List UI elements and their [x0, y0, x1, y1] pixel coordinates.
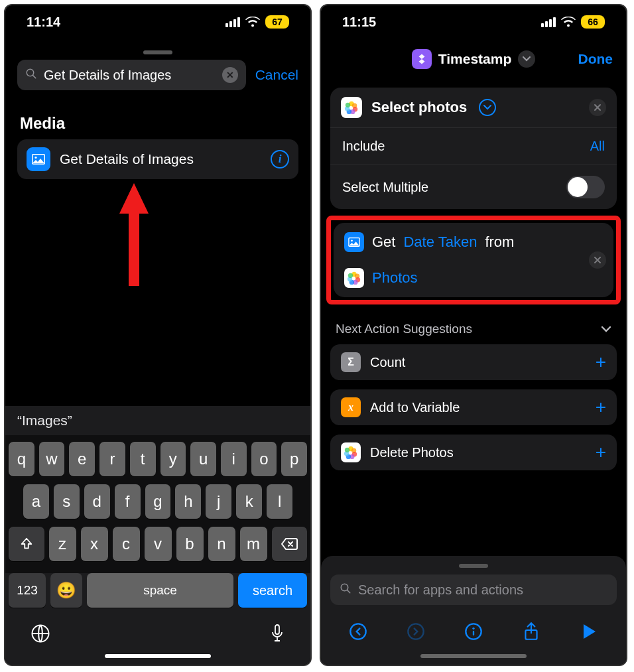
- collapse-icon[interactable]: [479, 99, 496, 116]
- status-icons: 67: [225, 15, 289, 29]
- key-e[interactable]: e: [69, 442, 95, 476]
- cellular-icon: [541, 17, 556, 27]
- globe-icon[interactable]: [31, 624, 50, 643]
- action-token-input[interactable]: Photos: [372, 269, 418, 287]
- key-v[interactable]: v: [145, 527, 172, 561]
- key-i[interactable]: i: [221, 442, 247, 476]
- emoji-key[interactable]: 😀: [50, 573, 82, 608]
- param-value[interactable]: All: [590, 139, 605, 154]
- sheet-grabber[interactable]: [459, 564, 488, 568]
- svg-line-33: [348, 590, 350, 592]
- search-placeholder: Search for apps and actions: [358, 582, 523, 598]
- photos-app-icon: [341, 442, 361, 462]
- variable-icon: x: [341, 397, 361, 417]
- status-time: 11:15: [342, 15, 376, 30]
- svg-point-34: [350, 624, 365, 639]
- space-key[interactable]: space: [87, 573, 233, 608]
- key-j[interactable]: j: [206, 484, 231, 519]
- suggestions-header[interactable]: Next Action Suggestions: [321, 304, 626, 344]
- cancel-button[interactable]: Cancel: [255, 67, 298, 83]
- battery-indicator: 66: [581, 15, 605, 29]
- keyboard: “Images” qwertyuiop asdfghjkl zxcvbnm 12…: [5, 406, 310, 665]
- clear-search-button[interactable]: ✕: [222, 67, 238, 83]
- key-u[interactable]: u: [190, 442, 216, 476]
- run-button[interactable]: [577, 620, 601, 643]
- add-suggestion-button[interactable]: +: [596, 442, 606, 463]
- key-b[interactable]: b: [176, 527, 204, 561]
- sigma-icon: Σ: [341, 352, 361, 372]
- home-indicator[interactable]: [105, 654, 211, 658]
- remove-action-button[interactable]: [589, 251, 606, 269]
- key-f[interactable]: f: [115, 484, 141, 519]
- redo-button[interactable]: [404, 620, 428, 643]
- done-button[interactable]: Done: [578, 51, 613, 67]
- key-l[interactable]: l: [267, 484, 292, 519]
- key-h[interactable]: h: [175, 484, 201, 519]
- key-x[interactable]: x: [81, 527, 108, 561]
- dictation-icon[interactable]: [269, 624, 285, 643]
- sheet-grabber[interactable]: [143, 50, 172, 54]
- status-bar: 11:15 66: [321, 5, 626, 38]
- search-key[interactable]: search: [238, 573, 307, 608]
- shortcut-menu-button[interactable]: [518, 50, 535, 68]
- undo-button[interactable]: [346, 620, 370, 643]
- svg-point-31: [345, 448, 349, 452]
- status-time: 11:14: [27, 15, 60, 30]
- backspace-key[interactable]: [272, 527, 308, 561]
- photos-app-icon: [344, 268, 364, 288]
- suggestion-add-to-variable[interactable]: x Add to Variable +: [330, 389, 617, 425]
- key-t[interactable]: t: [130, 442, 156, 476]
- svg-marker-5: [119, 183, 149, 286]
- remove-action-button[interactable]: [589, 99, 606, 116]
- shortcut-header: Timestamp Done: [321, 38, 626, 81]
- key-y[interactable]: y: [160, 442, 186, 476]
- key-p[interactable]: p: [281, 442, 307, 476]
- home-indicator[interactable]: [420, 654, 527, 658]
- key-n[interactable]: n: [208, 527, 235, 561]
- shift-key[interactable]: [9, 527, 44, 561]
- wifi-icon: [561, 17, 576, 27]
- suggestion-count[interactable]: Σ Count +: [330, 344, 617, 380]
- key-w[interactable]: w: [39, 442, 65, 476]
- cellular-icon: [225, 17, 240, 27]
- search-icon: [25, 68, 37, 83]
- key-c[interactable]: c: [113, 527, 140, 561]
- action-header[interactable]: Select photos: [330, 88, 617, 127]
- editor-toolbar: [321, 605, 626, 647]
- suggestion-delete-photos[interactable]: Delete Photos +: [330, 435, 617, 470]
- param-include[interactable]: Include All: [330, 127, 617, 165]
- svg-point-37: [472, 628, 474, 630]
- svg-point-35: [408, 624, 423, 639]
- key-q[interactable]: q: [9, 442, 34, 476]
- actions-search-input[interactable]: Search for apps and actions: [330, 574, 617, 605]
- shortcut-title[interactable]: Timestamp: [438, 51, 512, 67]
- add-suggestion-button[interactable]: +: [596, 352, 606, 373]
- result-get-details-of-images[interactable]: Get Details of Images i: [17, 139, 298, 179]
- key-g[interactable]: g: [145, 484, 171, 519]
- search-input[interactable]: Get Details of Images ✕: [17, 60, 246, 90]
- svg-line-1: [33, 75, 36, 78]
- suggestions-title: Next Action Suggestions: [336, 322, 472, 336]
- share-button[interactable]: [519, 620, 543, 643]
- key-d[interactable]: d: [84, 484, 110, 519]
- svg-point-24: [348, 273, 353, 278]
- key-r[interactable]: r: [99, 442, 125, 476]
- key-o[interactable]: o: [251, 442, 277, 476]
- key-a[interactable]: a: [23, 484, 49, 519]
- wifi-icon: [245, 17, 260, 27]
- shortcuts-app-icon: [412, 49, 432, 69]
- action-get-details-of-images[interactable]: Get Date Taken from Photos: [334, 223, 613, 297]
- info-button[interactable]: [462, 620, 485, 643]
- action-token-detail[interactable]: Date Taken: [403, 234, 477, 251]
- key-s[interactable]: s: [54, 484, 80, 519]
- add-suggestion-button[interactable]: +: [596, 397, 606, 418]
- images-action-icon: [27, 147, 50, 171]
- numbers-key[interactable]: 123: [9, 573, 46, 608]
- key-m[interactable]: m: [240, 527, 267, 561]
- keyboard-suggestion[interactable]: “Images”: [5, 406, 310, 435]
- toggle-select-multiple[interactable]: [566, 176, 605, 198]
- key-k[interactable]: k: [236, 484, 262, 519]
- key-z[interactable]: z: [49, 527, 76, 561]
- info-icon[interactable]: i: [271, 150, 289, 168]
- photos-app-icon: [341, 97, 362, 118]
